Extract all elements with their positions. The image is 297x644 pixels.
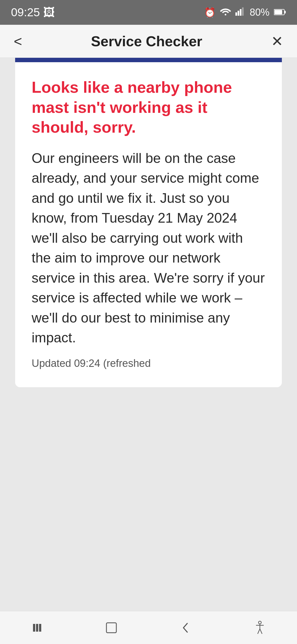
svg-rect-4 — [242, 7, 244, 16]
status-icons-group: ⏰ 80% — [204, 7, 286, 18]
wifi-icon — [220, 7, 231, 18]
svg-rect-6 — [274, 10, 282, 14]
main-content: Looks like a nearby phone mast isn't wor… — [0, 58, 297, 611]
back-nav-icon — [181, 621, 191, 634]
svg-point-0 — [225, 14, 226, 15]
battery-text: 80% — [250, 7, 270, 18]
back-button[interactable]: < — [14, 33, 22, 50]
menu-icon — [30, 622, 44, 633]
close-button[interactable]: ✕ — [271, 33, 283, 50]
card-top-bar — [15, 58, 282, 62]
alarm-icon: ⏰ — [204, 7, 216, 18]
error-heading: Looks like a nearby phone mast isn't wor… — [32, 77, 265, 137]
back-nav-button[interactable] — [175, 617, 197, 639]
svg-rect-11 — [106, 623, 116, 633]
signal-icon — [235, 7, 245, 18]
svg-point-12 — [258, 621, 261, 624]
svg-rect-2 — [238, 11, 239, 16]
body-text: Our engineers will be on the case alread… — [32, 148, 265, 348]
page-title: Service Checker — [91, 33, 202, 50]
status-time-group: 09:25 🖼 — [11, 6, 55, 19]
updated-text: Updated 09:24 (refreshed — [32, 356, 265, 371]
svg-rect-3 — [240, 9, 241, 16]
status-time: 09:25 — [11, 6, 40, 19]
accessibility-icon — [254, 621, 266, 635]
svg-rect-7 — [284, 11, 286, 13]
svg-rect-1 — [235, 12, 237, 16]
accessibility-button[interactable] — [249, 617, 271, 639]
bottom-nav — [0, 611, 297, 644]
home-icon — [105, 621, 118, 634]
nav-bar: < Service Checker ✕ — [0, 25, 297, 58]
battery-icon — [274, 7, 286, 18]
menu-button[interactable] — [26, 617, 48, 639]
svg-rect-9 — [36, 624, 38, 632]
photo-icon: 🖼 — [43, 6, 55, 19]
svg-line-16 — [260, 629, 262, 634]
home-button[interactable] — [100, 617, 122, 639]
svg-rect-8 — [33, 624, 35, 632]
svg-rect-10 — [39, 624, 41, 632]
svg-line-15 — [258, 629, 260, 634]
status-bar: 09:25 🖼 ⏰ 80% — [0, 0, 297, 25]
service-status-card: Looks like a nearby phone mast isn't wor… — [15, 58, 282, 387]
